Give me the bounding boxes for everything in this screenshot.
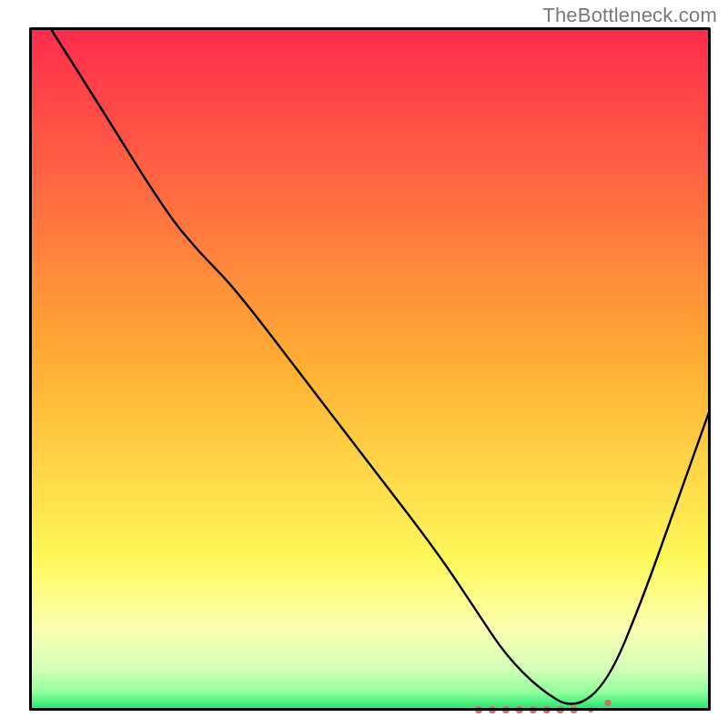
chart-canvas xyxy=(0,0,728,728)
chart-container: TheBottleneck.com xyxy=(0,0,728,728)
watermark-text: TheBottleneck.com xyxy=(542,4,717,27)
